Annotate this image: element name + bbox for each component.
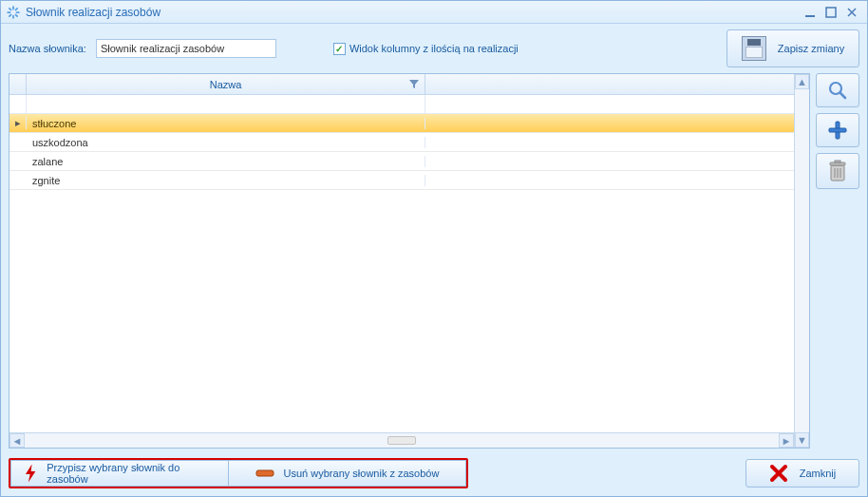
close-window-button[interactable] xyxy=(842,5,861,20)
footer-highlight-group: Przypisz wybrany słownik do zasobów Usuń… xyxy=(9,458,468,488)
dictionary-name-label: Nazwa słownika: xyxy=(9,43,86,54)
plus-icon xyxy=(826,119,849,142)
grid-header-name[interactable]: Nazwa xyxy=(27,74,425,94)
assign-dictionary-button[interactable]: Przypisz wybrany słownik do zasobów xyxy=(10,460,229,487)
search-icon xyxy=(826,79,849,102)
lightning-icon xyxy=(25,464,37,483)
save-button-label: Zapisz zmiany xyxy=(778,43,844,54)
svg-rect-7 xyxy=(835,161,840,162)
svg-rect-0 xyxy=(805,15,815,17)
window-title: Słownik realizacji zasobów xyxy=(26,6,160,19)
scroll-up-arrow[interactable]: ▲ xyxy=(795,74,809,89)
minus-icon xyxy=(255,468,274,478)
scroll-left-arrow[interactable]: ◄ xyxy=(9,433,25,448)
titlebar: Słownik realizacji zasobów xyxy=(1,1,867,24)
search-button[interactable] xyxy=(816,73,859,107)
remove-dictionary-button[interactable]: Usuń wybrany słownik z zasobów xyxy=(229,460,466,487)
row-name-cell: zalane xyxy=(27,156,425,167)
svg-rect-1 xyxy=(826,8,836,17)
qty-column-label: Widok kolumny z ilością na realizacji xyxy=(349,43,519,54)
maximize-button[interactable] xyxy=(821,5,840,20)
horizontal-scrollbar[interactable]: ◄ ► xyxy=(9,432,794,448)
close-button[interactable]: Zamknij xyxy=(745,459,859,487)
row-name-cell: uszkodzona xyxy=(27,137,425,148)
check-icon: ✓ xyxy=(333,43,346,55)
svg-rect-8 xyxy=(256,470,274,476)
table-row[interactable]: zgnite xyxy=(9,171,794,190)
scroll-thumb[interactable] xyxy=(387,436,416,445)
minimize-button[interactable] xyxy=(801,5,820,20)
grid-header-marker xyxy=(9,74,27,94)
header-toolbar: Nazwa słownika: ✓ Widok kolumny z ilości… xyxy=(1,24,867,73)
table-row[interactable]: zalane xyxy=(9,152,794,171)
scroll-down-arrow[interactable]: ▼ xyxy=(795,432,809,448)
assign-button-label: Przypisz wybrany słownik do zasobów xyxy=(47,462,215,485)
grid-header-name-label: Nazwa xyxy=(210,79,242,90)
dictionary-name-input[interactable] xyxy=(96,39,276,58)
save-button[interactable]: Zapisz zmiany xyxy=(726,29,859,67)
save-icon xyxy=(742,36,766,61)
grid-body: ▸stłuczoneuszkodzonazalanezgnite xyxy=(9,114,794,190)
grid-filter-row[interactable] xyxy=(9,95,794,114)
table-row[interactable]: ▸stłuczone xyxy=(9,114,794,133)
grid-panel: Nazwa ▸stłuczoneuszkodzonazalanezgnite xyxy=(9,73,810,449)
filter-icon[interactable] xyxy=(409,80,419,89)
content-area: Nazwa ▸stłuczoneuszkodzonazalanezgnite xyxy=(1,73,867,452)
row-name-cell: zgnite xyxy=(27,175,425,186)
app-icon xyxy=(7,6,20,19)
window-root: Słownik realizacji zasobów Nazwa słownik… xyxy=(0,0,868,497)
delete-button[interactable] xyxy=(816,153,859,189)
vertical-scrollbar[interactable]: ▲ ▼ xyxy=(794,74,809,448)
scroll-right-arrow[interactable]: ► xyxy=(779,433,794,448)
remove-button-label: Usuń wybrany słownik z zasobów xyxy=(284,468,440,479)
svg-rect-4 xyxy=(829,128,846,132)
row-marker: ▸ xyxy=(9,117,27,129)
row-name-cell: stłuczone xyxy=(27,118,425,129)
side-toolbar xyxy=(816,73,859,449)
add-button[interactable] xyxy=(816,113,859,147)
trash-icon xyxy=(827,159,848,183)
qty-column-checkbox[interactable]: ✓ Widok kolumny z ilością na realizacji xyxy=(333,43,519,55)
x-icon xyxy=(769,464,788,483)
table-row[interactable]: uszkodzona xyxy=(9,133,794,152)
grid-header: Nazwa xyxy=(9,74,794,95)
close-button-label: Zamknij xyxy=(800,468,837,479)
footer: Przypisz wybrany słownik do zasobów Usuń… xyxy=(1,452,867,496)
